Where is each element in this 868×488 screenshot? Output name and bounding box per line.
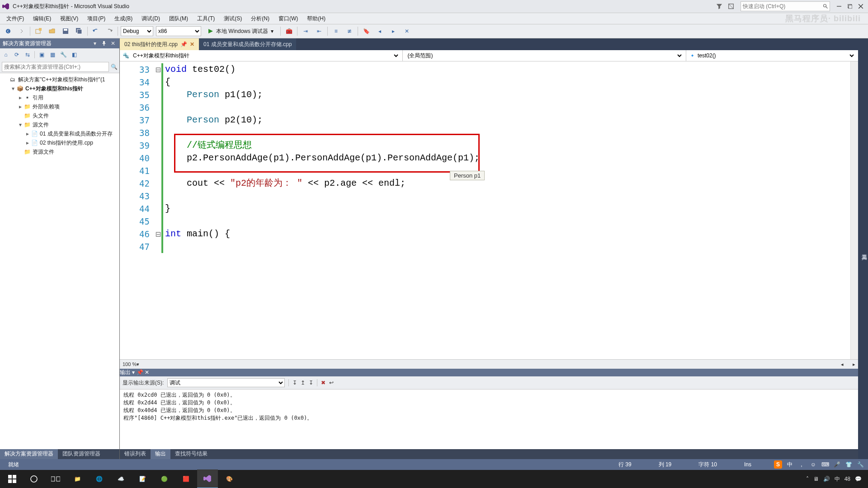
ime-mic-icon[interactable]: 🎤: [833, 460, 841, 469]
menu-build[interactable]: 生成(B): [111, 14, 136, 23]
dropdown-icon[interactable]: ▾: [132, 369, 135, 375]
toolbox-icon[interactable]: 🧰: [283, 26, 294, 37]
search-icon[interactable]: 🔍: [111, 64, 118, 70]
ime-smile-icon[interactable]: ☺: [809, 460, 817, 469]
tab-error-list[interactable]: 错误列表: [120, 449, 151, 459]
config-dropdown[interactable]: Debug: [121, 26, 153, 36]
zoom-level[interactable]: 100 %: [123, 361, 137, 367]
start-button[interactable]: [2, 470, 23, 488]
h-scroll-right[interactable]: ▸: [853, 361, 855, 367]
nav-class-dropdown[interactable]: (全局范围): [406, 52, 683, 59]
output-body[interactable]: 线程 0x2cd0 已退出，返回值为 0 (0x0)。 线程 0x2d44 已退…: [120, 389, 858, 449]
editor-tab-active[interactable]: 02 this指针的使用.cpp 📌 ✕: [120, 38, 199, 50]
tree-external[interactable]: ▸📁外部依赖项: [0, 102, 119, 111]
next-icon[interactable]: ↧: [309, 380, 313, 386]
tray-notification-icon[interactable]: 💬: [855, 476, 862, 482]
ime-skin-icon[interactable]: 👕: [844, 460, 853, 469]
filter-icon[interactable]: [715, 2, 724, 11]
tree-sources[interactable]: ▾📁源文件: [0, 120, 119, 129]
tree-references[interactable]: ▸▪️引用: [0, 93, 119, 102]
refresh-icon[interactable]: ⟳: [13, 51, 21, 59]
comment-icon[interactable]: ≡: [330, 26, 341, 37]
platform-dropdown[interactable]: x86: [156, 26, 201, 36]
cloud-icon[interactable]: ☁️: [110, 470, 131, 488]
save-button[interactable]: [60, 26, 71, 37]
tray-chevron-icon[interactable]: ˄: [806, 476, 809, 482]
vertical-scrollbar[interactable]: [850, 61, 858, 359]
start-debug-button[interactable]: 本地 Windows 调试器 ▾: [204, 26, 278, 37]
menu-window[interactable]: 窗口(W): [275, 14, 302, 23]
browser-icon[interactable]: 🌐: [89, 470, 109, 488]
open-button[interactable]: [47, 26, 57, 37]
tab-find-symbol[interactable]: 查找符号结果: [170, 449, 212, 459]
tray-ime-icon[interactable]: 中: [835, 475, 840, 483]
new-project-button[interactable]: [33, 26, 44, 37]
tree-src2[interactable]: ▸📄02 this指针的使用.cpp: [0, 138, 119, 147]
menu-help[interactable]: 帮助(H): [303, 14, 329, 23]
showall-icon[interactable]: ▦: [48, 51, 57, 59]
right-toolbox-strip[interactable]: 工具箱: [858, 38, 868, 459]
wrap-icon[interactable]: ↩: [329, 380, 334, 386]
menu-edit[interactable]: 编辑(E): [29, 14, 55, 23]
nav-scope-dropdown[interactable]: C++对象模型和this指针: [131, 52, 400, 59]
menu-project[interactable]: 项目(P): [84, 14, 109, 23]
menu-tools[interactable]: 工具(T): [193, 14, 218, 23]
sync-icon[interactable]: ⇆: [24, 51, 32, 59]
code-editor[interactable]: 33⊟ void test02()34 {35 Person p1(10);36…: [120, 61, 858, 359]
bookmark-icon[interactable]: 🔖: [361, 26, 372, 37]
maximize-button[interactable]: [844, 1, 855, 12]
menu-team[interactable]: 团队(M): [165, 14, 192, 23]
forward-button[interactable]: [16, 26, 27, 37]
tray-volume-icon[interactable]: 🔊: [823, 476, 830, 482]
save-all-button[interactable]: [74, 26, 85, 37]
dropdown-icon[interactable]: ▾: [91, 40, 99, 47]
solution-search-input[interactable]: [2, 62, 109, 72]
quick-launch-input[interactable]: [741, 2, 821, 10]
tab-solution-explorer[interactable]: 解决方案资源管理器: [0, 449, 58, 459]
next-bm-icon[interactable]: ▸: [388, 26, 399, 37]
home-icon[interactable]: ⌂: [2, 51, 10, 59]
redo-button[interactable]: [104, 26, 115, 37]
h-scroll-left[interactable]: ◂: [841, 361, 844, 367]
properties-icon[interactable]: 🔧: [59, 51, 67, 59]
output-source-dropdown[interactable]: 调试: [167, 378, 285, 387]
clear-bm-icon[interactable]: ✕: [401, 26, 412, 37]
tab-team-explorer[interactable]: 团队资源管理器: [58, 449, 105, 459]
prev-bm-icon[interactable]: ◂: [374, 26, 385, 37]
search-icon[interactable]: [821, 2, 830, 10]
vs-taskbar-icon[interactable]: [197, 469, 218, 488]
menu-analyze[interactable]: 分析(N): [247, 14, 273, 23]
close-panel-icon[interactable]: ✕: [109, 40, 117, 47]
menu-file[interactable]: 文件(F): [3, 14, 28, 23]
collapse-icon[interactable]: ▣: [38, 51, 46, 59]
tray-display-icon[interactable]: 🖥: [813, 476, 819, 482]
explorer-icon[interactable]: 📁: [67, 470, 88, 488]
tree-project[interactable]: ▾📦C++对象模型和this指针: [0, 84, 119, 93]
close-panel-icon[interactable]: ✕: [145, 369, 149, 375]
notes-icon[interactable]: 📝: [132, 470, 153, 488]
minimize-button[interactable]: [834, 1, 844, 12]
tree-headers[interactable]: 📁头文件: [0, 111, 119, 120]
ime-punct-icon[interactable]: ,: [797, 460, 806, 469]
undo-button[interactable]: [90, 26, 101, 37]
goto-icon[interactable]: ↧: [292, 380, 297, 386]
menu-debug[interactable]: 调试(D): [138, 14, 164, 23]
pin-icon[interactable]: [100, 40, 108, 47]
taskview-button[interactable]: [45, 470, 66, 488]
tree-solution[interactable]: 🗂解决方案"C++对象模型和this指针"(1: [0, 75, 119, 84]
cortana-button[interactable]: [24, 470, 44, 488]
back-button[interactable]: [3, 26, 14, 37]
menu-view[interactable]: 视图(V): [57, 14, 82, 23]
close-button[interactable]: [855, 1, 866, 12]
close-tab-icon[interactable]: ✕: [190, 41, 194, 47]
ime-tool-icon[interactable]: 🔧: [856, 460, 864, 469]
sogou-ime-icon[interactable]: S: [774, 460, 782, 469]
notification-icon[interactable]: [726, 2, 736, 11]
ime-keyboard-icon[interactable]: ⌨: [821, 460, 829, 469]
prev-icon[interactable]: ↥: [301, 380, 305, 386]
preview-icon[interactable]: ◧: [70, 51, 78, 59]
red-app-icon[interactable]: 🟥: [175, 470, 196, 488]
clear-icon[interactable]: ✖: [321, 380, 326, 386]
nav-member-dropdown[interactable]: test02(): [696, 52, 855, 59]
ime-lang-icon[interactable]: 中: [786, 460, 794, 469]
